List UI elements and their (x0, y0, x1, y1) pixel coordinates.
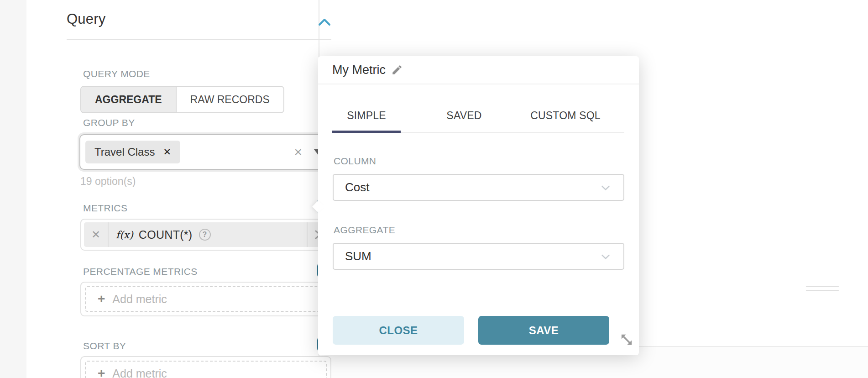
sort-by-label: SORT BY (83, 341, 126, 352)
add-sort-metric-dropzone[interactable]: + Add metric (85, 361, 327, 378)
left-gutter (0, 0, 26, 378)
add-metric-placeholder: Add metric (112, 367, 167, 378)
clear-select-icon[interactable]: × (294, 145, 302, 159)
close-button[interactable]: CLOSE (333, 316, 464, 345)
collapse-section-chevron-icon[interactable] (318, 16, 331, 28)
metric-editor-tabs: SIMPLE SAVED CUSTOM SQL (332, 99, 624, 133)
aggregate-label: AGGREGATE (334, 225, 395, 236)
popover-resize-icon[interactable] (619, 332, 634, 347)
query-mode-aggregate-button[interactable]: AGGREGATE (81, 87, 177, 112)
metric-expression: COUNT(*) (139, 228, 193, 242)
group-by-select[interactable]: Travel Class ✕ × (79, 134, 331, 170)
add-metric-placeholder: Add metric (112, 293, 167, 306)
column-label: COLUMN (334, 156, 376, 167)
sort-by-container: + Add metric (80, 356, 331, 378)
edit-title-pencil-icon[interactable] (391, 64, 403, 76)
group-by-tag-label: Travel Class (94, 146, 155, 158)
query-mode-raw-records-button[interactable]: RAW RECORDS (177, 87, 283, 112)
add-percentage-metric-dropzone[interactable]: + Add metric (85, 286, 327, 312)
panel-resize-drag-handle[interactable] (806, 286, 839, 293)
metrics-label: METRICS (83, 203, 127, 214)
query-control-panel: Query QUERY MODE AGGREGATE RAW RECORDS G… (26, 0, 319, 378)
aggregate-select-value: SUM (345, 249, 371, 263)
query-mode-segmented-control: AGGREGATE RAW RECORDS (80, 86, 284, 113)
save-button[interactable]: SAVE (478, 316, 609, 345)
options-count-text: 19 option(s) (80, 175, 136, 188)
metric-editor-popover: My Metric SIMPLE SAVED CUSTOM SQL COLUMN… (318, 56, 639, 355)
popover-title: My Metric (332, 63, 386, 77)
query-mode-label: QUERY MODE (83, 68, 150, 79)
metrics-container: ✕ f(x) COUNT(*) ? (80, 219, 331, 251)
chevron-down-icon (599, 181, 612, 194)
percentage-metrics-container: + Add metric (80, 282, 331, 316)
tab-custom-sql[interactable]: CUSTOM SQL (528, 99, 603, 132)
function-fx-icon: f(x) (116, 229, 133, 241)
remove-tag-icon[interactable]: ✕ (163, 147, 171, 158)
percentage-metrics-label: PERCENTAGE METRICS (83, 266, 198, 277)
popover-header: My Metric (318, 56, 639, 84)
tab-saved[interactable]: SAVED (430, 99, 498, 132)
column-select-value: Cost (345, 180, 369, 194)
metric-pill[interactable]: ✕ f(x) COUNT(*) ? (84, 222, 328, 247)
pill-divider (108, 222, 109, 247)
aggregate-select[interactable]: SUM (333, 243, 624, 270)
metric-help-icon[interactable]: ? (199, 229, 211, 241)
query-section-title: Query (67, 11, 105, 27)
section-divider (67, 39, 331, 40)
remove-metric-icon[interactable]: ✕ (84, 228, 108, 241)
column-select[interactable]: Cost (333, 174, 624, 201)
tab-simple[interactable]: SIMPLE (332, 99, 401, 132)
plus-icon: + (98, 367, 105, 378)
group-by-tag[interactable]: Travel Class ✕ (85, 141, 180, 163)
plus-icon: + (98, 293, 105, 305)
chevron-down-icon (599, 250, 612, 263)
group-by-label: GROUP BY (83, 117, 135, 128)
